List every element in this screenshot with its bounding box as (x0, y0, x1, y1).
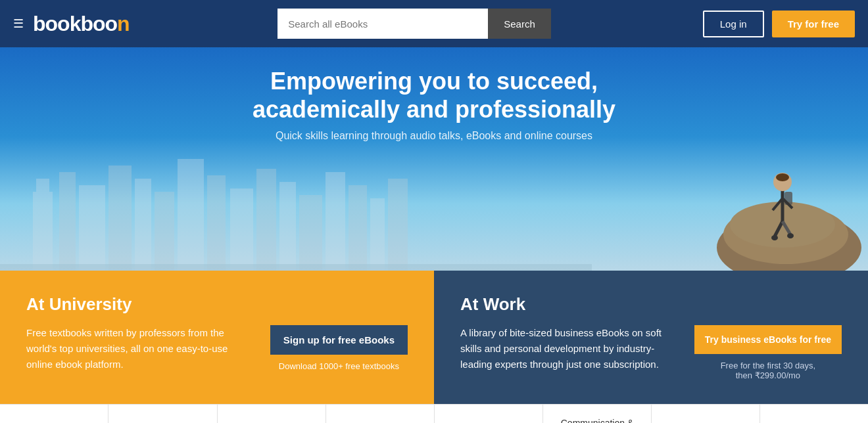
work-action: Try business eBooks for free Free for th… (694, 325, 842, 380)
nav-item-right[interactable]: Personal Development (760, 405, 868, 423)
svg-rect-3 (79, 185, 105, 271)
university-action: Sign up for free eBooks Download 1000+ f… (270, 325, 408, 371)
logo-n: n (117, 12, 130, 35)
nav-item-left[interactable]: Digitalization & IT (108, 405, 217, 423)
hamburger-menu-icon[interactable]: ☰ (13, 16, 24, 31)
search-button[interactable]: Search (488, 9, 551, 39)
bottom-nav: Most PopularDigitalization & ITEconomics… (0, 404, 868, 423)
two-col-section: At University Free textbooks written by … (0, 271, 868, 404)
download-text: Download 1000+ free textbooks (279, 361, 399, 371)
bottom-nav-left: Most PopularDigitalization & ITEconomics… (0, 405, 434, 423)
nav-item-left[interactable]: Engineering (326, 405, 434, 423)
svg-rect-2 (59, 172, 76, 271)
signup-free-ebooks-button[interactable]: Sign up for free eBooks (270, 325, 408, 355)
free-trial-text: Free for the first 30 days, then ₹299.00… (721, 361, 816, 380)
try-free-button[interactable]: Try for free (772, 11, 855, 37)
nav-item-right[interactable]: Management (652, 405, 760, 423)
search-input[interactable] (277, 9, 488, 39)
svg-rect-7 (178, 159, 204, 271)
login-button[interactable]: Log in (703, 11, 764, 37)
svg-rect-9 (230, 189, 253, 271)
person-on-rock (644, 60, 868, 271)
svg-rect-8 (207, 175, 226, 271)
svg-point-29 (787, 233, 794, 238)
search-area: Search (145, 9, 684, 39)
try-business-button[interactable]: Try business eBooks for free (694, 325, 842, 354)
header-actions: Log in Try for free (684, 11, 855, 37)
svg-rect-11 (279, 182, 296, 271)
logo-area: ☰ bookboon (13, 12, 145, 36)
university-column: At University Free textbooks written by … (0, 271, 434, 404)
svg-rect-13 (326, 172, 345, 271)
logo-bookboo: bookboo (33, 12, 117, 35)
hero-title-line1: Empowering you to succeed, (270, 68, 598, 95)
svg-rect-6 (155, 192, 174, 271)
hero-section: Empowering you to succeed, academically … (0, 47, 868, 271)
work-text: A library of bite-sized business eBooks … (460, 325, 675, 372)
bottom-nav-right: Most PopularCommunication & Presentation… (434, 405, 868, 423)
svg-rect-5 (135, 179, 151, 271)
nav-item-right[interactable]: Most Popular (435, 405, 543, 423)
svg-rect-10 (256, 169, 276, 271)
svg-point-30 (776, 173, 789, 181)
header: ☰ bookboon Search Log in Try for free (0, 0, 868, 47)
work-column: At Work A library of bite-sized business… (434, 271, 868, 404)
logo[interactable]: bookboon (33, 12, 130, 36)
nav-item-right[interactable]: Communication & Presentation (543, 405, 652, 423)
svg-rect-0 (33, 192, 53, 271)
svg-rect-17 (0, 264, 592, 271)
svg-rect-4 (108, 166, 132, 271)
university-title: At University (26, 294, 408, 315)
svg-rect-12 (299, 195, 322, 271)
city-skyline-icon (0, 152, 592, 271)
work-body: A library of bite-sized business eBooks … (460, 325, 842, 380)
svg-point-28 (771, 235, 778, 240)
work-title: At Work (460, 294, 842, 315)
nav-item-left[interactable]: Economics & Finance (218, 405, 326, 423)
university-body: Free textbooks written by professors fro… (26, 325, 408, 372)
rock-icon (644, 60, 868, 271)
svg-rect-14 (349, 185, 367, 271)
hero-title-line2: academically and professionally (253, 96, 615, 123)
svg-rect-16 (388, 179, 408, 271)
nav-item-left[interactable]: Most Popular (0, 405, 108, 423)
svg-rect-1 (36, 179, 49, 192)
svg-rect-15 (370, 198, 385, 271)
university-text: Free textbooks written by professors fro… (26, 325, 251, 372)
